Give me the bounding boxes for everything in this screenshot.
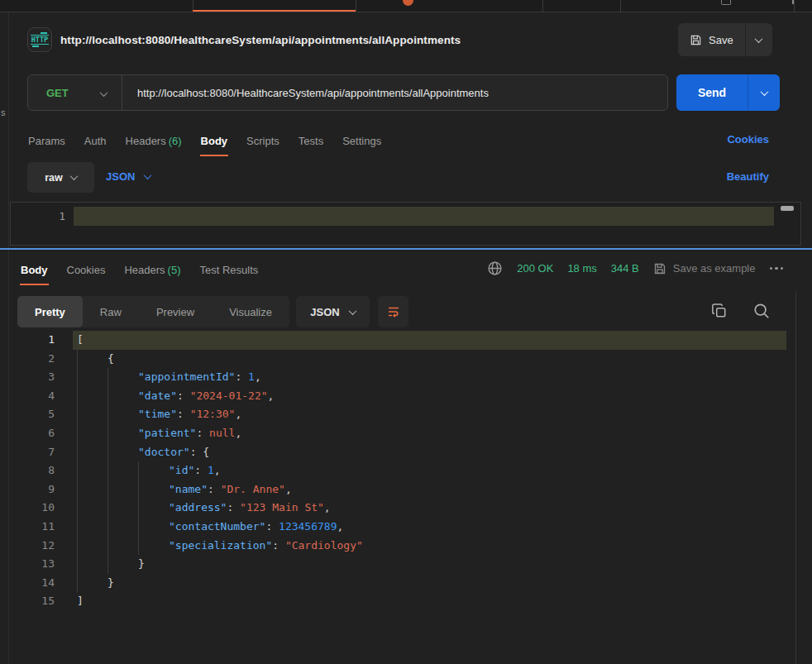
- body-mode-dropdown[interactable]: raw: [27, 162, 94, 193]
- code-line: 7"doctor": {: [0, 443, 812, 462]
- copy-icon: [711, 303, 728, 319]
- code-line: 12"specialization": "Cardiology": [0, 537, 812, 556]
- more-options-button[interactable]: [770, 267, 784, 270]
- response-language-label: JSON: [310, 306, 339, 318]
- code-line: 5"time": "12:30",: [0, 405, 812, 424]
- tab-headers[interactable]: Headers(6): [125, 127, 183, 155]
- save-as-example-button[interactable]: Save as example: [653, 262, 756, 275]
- code-line-number: 2: [0, 350, 55, 369]
- response-tab-body[interactable]: Body: [20, 256, 49, 284]
- sidebar-text-fragment: s: [1, 107, 6, 117]
- url-bar: GET http://localhost:8080/HealthcareSyst…: [27, 74, 668, 111]
- method-selector[interactable]: GET: [28, 87, 101, 99]
- response-view-switcher: Pretty Raw Preview Visualize: [17, 296, 289, 327]
- editor-line-number: 1: [44, 207, 65, 226]
- send-button-label: Send: [676, 74, 748, 111]
- partial-tab-icon: [721, 0, 731, 5]
- url-input[interactable]: http://localhost:8080/HealthcareSystem/a…: [122, 87, 489, 99]
- editor-scrollbar-thumb[interactable]: [781, 206, 794, 211]
- tab-divider: [794, 0, 795, 12]
- http-method-badge-icon: HTTP: [27, 27, 52, 52]
- code-line: 15]: [0, 592, 812, 611]
- code-line: 4"date": "2024-01-22",: [0, 387, 812, 406]
- send-dropdown-button[interactable]: [748, 74, 780, 111]
- tab-params[interactable]: Params: [27, 127, 66, 155]
- pane-splitter[interactable]: [0, 248, 812, 250]
- body-mode-label: raw: [45, 172, 63, 184]
- response-tab-test-results[interactable]: Test Results: [199, 256, 260, 284]
- code-line-number: 1: [0, 331, 55, 350]
- code-line-number: 12: [0, 537, 55, 556]
- code-line: 14}: [0, 574, 812, 593]
- headers-count-badge: (6): [169, 135, 182, 147]
- code-line-number: 6: [0, 424, 55, 443]
- arrow-right-icon: [41, 32, 47, 34]
- chevron-down-icon: [69, 172, 78, 180]
- code-line: 11"contactNumber": 123456789,: [0, 518, 812, 537]
- save-button-label: Save: [709, 34, 733, 46]
- response-tabs: Body Cookies Headers(5) Test Results: [20, 255, 259, 284]
- active-tab-underline: [193, 10, 356, 12]
- search-response-button[interactable]: [751, 300, 772, 322]
- globe-icon[interactable]: [487, 260, 503, 276]
- view-tab-visualize[interactable]: Visualize: [212, 296, 289, 327]
- wrap-lines-button[interactable]: [378, 296, 408, 327]
- top-tab-strip: [0, 0, 812, 12]
- code-line-number: 15: [0, 592, 55, 611]
- editor-active-line-highlight: [74, 207, 774, 226]
- tab-auth[interactable]: Auth: [84, 127, 107, 155]
- response-tab-headers[interactable]: Headers(5): [123, 256, 181, 284]
- code-line: 9"name": "Dr. Anne",: [0, 480, 812, 499]
- code-line-number: 14: [0, 574, 55, 593]
- request-tabs: Params Auth Headers(6) Body Scripts Test…: [27, 126, 382, 155]
- request-body-editor[interactable]: 1: [10, 202, 801, 246]
- chevron-down-icon: [348, 307, 356, 315]
- response-code[interactable]: 1[2{3"appointmentId": 1,4"date": "2024-0…: [0, 331, 812, 664]
- response-status-bar: 200 OK 18 ms 344 B Save as example: [487, 260, 783, 276]
- code-line-number: 5: [0, 405, 55, 424]
- tab-body[interactable]: Body: [200, 127, 229, 155]
- code-line-number: 10: [0, 499, 55, 518]
- tab-settings[interactable]: Settings: [342, 127, 382, 155]
- arrow-left-icon: [32, 45, 39, 47]
- tab-tests[interactable]: Tests: [298, 127, 324, 155]
- beautify-link[interactable]: Beautify: [727, 170, 769, 183]
- view-tab-raw[interactable]: Raw: [83, 296, 139, 327]
- response-language-dropdown[interactable]: JSON: [296, 296, 370, 327]
- method-dropdown-button[interactable]: [101, 85, 107, 100]
- response-time[interactable]: 18 ms: [567, 262, 596, 275]
- response-tab-cookies[interactable]: Cookies: [66, 256, 107, 284]
- code-line: 8"id": 1,: [0, 461, 812, 480]
- view-tab-pretty[interactable]: Pretty: [17, 296, 83, 327]
- code-line: 2{: [0, 350, 812, 369]
- save-dropdown-button[interactable]: [746, 23, 772, 56]
- save-as-example-label: Save as example: [673, 262, 756, 275]
- save-button[interactable]: Save: [678, 23, 772, 56]
- tab-divider: [356, 0, 356, 12]
- send-button[interactable]: Send: [676, 74, 780, 111]
- response-size[interactable]: 344 B: [611, 262, 639, 275]
- view-tab-preview[interactable]: Preview: [139, 296, 212, 327]
- code-line: 3"appointmentId": 1,: [0, 368, 812, 387]
- code-line: 1[: [0, 331, 812, 350]
- copy-response-button[interactable]: [709, 301, 729, 321]
- wrap-text-icon: [386, 304, 401, 319]
- tab-divider: [620, 0, 621, 12]
- tab-scripts[interactable]: Scripts: [246, 127, 280, 155]
- unsaved-changes-dot-icon: [403, 0, 413, 6]
- code-line-number: 7: [0, 443, 55, 462]
- status-code[interactable]: 200 OK: [517, 262, 553, 275]
- code-line-number: 9: [0, 480, 55, 499]
- chevron-down-icon: [144, 171, 152, 179]
- cookies-link[interactable]: Cookies: [727, 133, 769, 146]
- body-language-dropdown[interactable]: JSON: [106, 170, 150, 183]
- code-line: 10"address": "123 Main St",: [0, 499, 812, 518]
- body-language-label: JSON: [106, 170, 135, 183]
- code-line-number: 11: [0, 518, 55, 537]
- chevron-down-icon: [755, 35, 763, 43]
- chevron-down-icon: [760, 88, 768, 96]
- code-line-number: 8: [0, 461, 55, 480]
- search-icon: [752, 302, 771, 320]
- tab-divider: [542, 0, 543, 12]
- code-line-number: 13: [0, 555, 55, 574]
